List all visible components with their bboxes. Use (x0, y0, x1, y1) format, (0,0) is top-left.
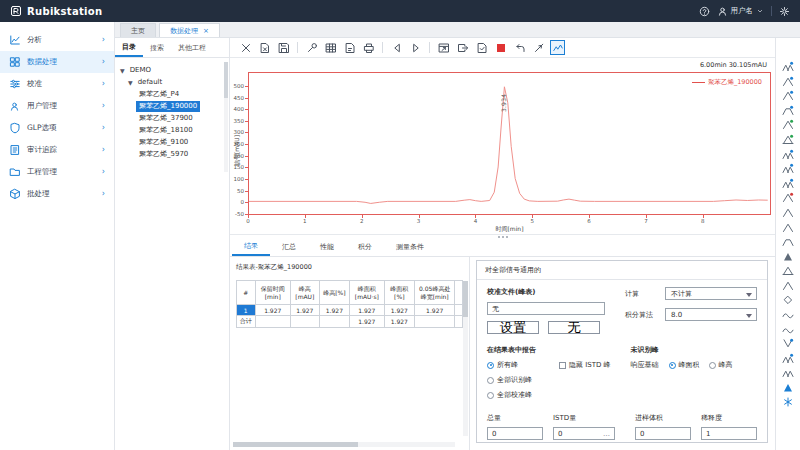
legend: 聚苯乙烯_190000 (692, 78, 762, 87)
tree-item-聚苯乙烯_5970[interactable]: 聚苯乙烯_5970 (115, 148, 229, 160)
manual-peak-icon[interactable] (781, 381, 796, 393)
table-row[interactable]: 合计1.9271.927 (237, 316, 463, 328)
radio-peak-height[interactable]: 峰高 (709, 360, 733, 370)
split-peak-icon[interactable] (781, 148, 796, 160)
stop-icon[interactable] (493, 40, 508, 55)
y-tick-mark (245, 132, 248, 133)
sidebar-item-审计追踪[interactable]: 审计追踪› (0, 139, 114, 161)
close-icon[interactable] (238, 40, 253, 55)
table-icon[interactable] (323, 40, 338, 55)
prev-icon[interactable] (389, 40, 404, 55)
undo-icon[interactable] (512, 40, 527, 55)
derivative-icon[interactable] (781, 323, 796, 335)
none-button[interactable]: 无 (548, 321, 600, 334)
bottom-tab-结果[interactable]: 结果 (232, 238, 270, 256)
results-cell: 1.927 (384, 305, 414, 316)
help-icon[interactable] (699, 6, 710, 17)
table-row[interactable]: 11.9271.9271.9271.9271.9271.927 (237, 305, 463, 316)
delete-peak-icon[interactable] (781, 191, 796, 203)
sidebar-item-校准[interactable]: 校准› (0, 73, 114, 95)
add-baseline-icon[interactable] (781, 133, 796, 145)
explorer-tab-其他工程[interactable]: 其他工程 (171, 38, 213, 57)
smooth-curve-icon[interactable] (781, 308, 796, 320)
chart-view-icon[interactable] (550, 40, 565, 55)
save-icon[interactable] (276, 40, 291, 55)
chromatogram-area[interactable]: 6.00min 30.105mAU 信号[mAU] 聚苯乙烯_190000 3. (230, 58, 775, 234)
peak-end-icon[interactable] (781, 89, 796, 101)
baseline-peak-icon[interactable] (781, 264, 796, 276)
verify-icon[interactable] (474, 40, 489, 55)
explorer-tab-目录[interactable]: 目录 (115, 38, 143, 57)
tree-item-聚苯乙烯_9100[interactable]: 聚苯乙烯_9100 (115, 136, 229, 148)
merge-peaks-icon[interactable] (781, 162, 796, 174)
tree-item-聚苯乙烯_18100[interactable]: 聚苯乙烯_18100 (115, 124, 229, 136)
peak-start-icon[interactable] (781, 75, 796, 87)
explorer-scrollbar[interactable] (224, 62, 228, 172)
tree-item-聚苯乙烯_190000[interactable]: 聚苯乙烯_190000 (115, 100, 229, 112)
tab-数据处理[interactable]: 数据处理× (159, 23, 220, 37)
istd-amount-input[interactable]: 0 … (553, 427, 615, 440)
user-menu[interactable]: 用户名 (717, 6, 765, 17)
calc-select[interactable]: 不计算 (665, 287, 757, 300)
caret-down-icon[interactable]: ▼ (120, 67, 125, 74)
peak-outline-icon[interactable] (781, 206, 796, 218)
close-tab-icon[interactable]: × (203, 27, 209, 35)
sidebar-item-用户管理[interactable]: 用户管理› (0, 95, 114, 117)
gear-icon[interactable] (779, 6, 790, 17)
results-horizontal-scrollbar[interactable] (233, 442, 455, 447)
tree-item-DEMO[interactable]: ▼DEMO (115, 64, 229, 76)
tangent-skim-icon[interactable] (781, 235, 796, 247)
caret-down-icon[interactable]: ▼ (128, 79, 133, 86)
noise-region-icon[interactable] (781, 366, 796, 378)
app-window: Rubikstation 用户名 分析›数据处理›校准›用户管理›GLP选项›审… (0, 0, 800, 450)
peak-shoulder-icon[interactable] (781, 221, 796, 233)
results-vertical-scrollbar[interactable] (463, 281, 468, 436)
injection-volume-input[interactable]: 0 (635, 427, 691, 440)
explorer-tab-搜索[interactable]: 搜索 (143, 38, 171, 57)
annotation-tool-icon[interactable] (781, 396, 796, 408)
zoom-region-icon[interactable] (781, 60, 796, 72)
radio-calibrated-peaks[interactable]: 全部校准峰 (487, 390, 631, 400)
bottom-tab-性能[interactable]: 性能 (308, 238, 346, 256)
radio-peak-area[interactable]: 峰面积 (669, 360, 700, 370)
annotate-icon[interactable] (531, 40, 546, 55)
sidebar-item-批处理[interactable]: 批处理› (0, 183, 114, 205)
x-tick-label: 1 (303, 218, 307, 224)
bottom-tab-积分[interactable]: 积分 (346, 238, 384, 256)
add-peak-icon[interactable] (781, 118, 796, 130)
tools-icon[interactable] (304, 40, 319, 55)
sidebar-item-分析[interactable]: 分析› (0, 29, 114, 51)
tree-item-聚苯乙烯_37900[interactable]: 聚苯乙烯_37900 (115, 112, 229, 124)
peak-fill-icon[interactable] (781, 250, 796, 262)
send-icon[interactable] (455, 40, 470, 55)
istd-more-button[interactable]: … (603, 430, 610, 438)
move-baseline-icon[interactable] (781, 104, 796, 116)
radio-all-peaks[interactable]: 所有峰 (487, 360, 559, 370)
diamond-marker-icon[interactable] (781, 294, 796, 306)
sidebar-item-数据处理[interactable]: 数据处理› (0, 51, 114, 73)
set-button[interactable]: 设置 (487, 321, 539, 334)
peak-drop-icon[interactable] (781, 279, 796, 291)
total-amount-input[interactable]: 0 (487, 427, 543, 440)
bottom-tab-汇总[interactable]: 汇总 (270, 238, 308, 256)
next-icon[interactable] (408, 40, 423, 55)
valley-detect-icon[interactable] (781, 337, 796, 349)
report-icon[interactable] (342, 40, 357, 55)
checkbox-hide-istd[interactable]: 隐藏 ISTD 峰 (559, 360, 611, 370)
clear-file-icon[interactable] (257, 40, 272, 55)
print-icon[interactable] (361, 40, 376, 55)
group-peaks-icon[interactable] (781, 177, 796, 189)
sidebar-item-工程管理[interactable]: 工程管理› (0, 161, 114, 183)
peak-window-icon[interactable] (781, 352, 796, 364)
tab-主页[interactable]: 主页 (120, 23, 156, 37)
calibration-file-input[interactable]: 无 (487, 302, 605, 315)
radio-identified-peaks[interactable]: 全部识别峰 (487, 375, 631, 385)
sidebar-item-GLP选项[interactable]: GLP选项› (0, 117, 114, 139)
dilution-input[interactable]: 1 (701, 427, 757, 440)
algorithm-select[interactable]: 8.0 (665, 308, 757, 321)
plot-box[interactable]: 聚苯乙烯_190000 (248, 72, 771, 215)
bottom-tab-测量条件[interactable]: 测量条件 (384, 238, 436, 256)
export-icon[interactable] (436, 40, 451, 55)
tree-item-聚苯乙烯_P4[interactable]: 聚苯乙烯_P4 (115, 88, 229, 100)
tree-item-default[interactable]: ▼default (115, 76, 229, 88)
